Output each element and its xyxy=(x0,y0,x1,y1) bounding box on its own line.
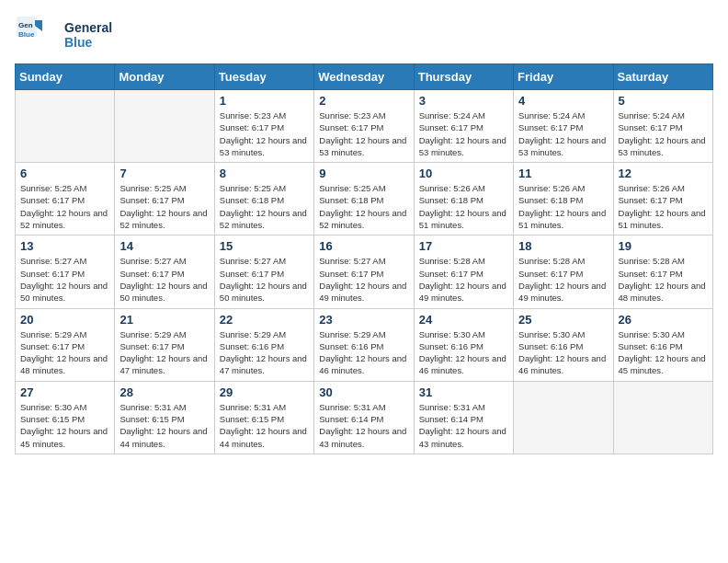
calendar-day: 12Sunrise: 5:26 AMSunset: 6:17 PMDayligh… xyxy=(613,163,712,236)
day-number: 31 xyxy=(419,385,508,399)
calendar-day xyxy=(115,90,214,163)
day-info: Sunrise: 5:31 AMSunset: 6:14 PMDaylight:… xyxy=(419,401,508,450)
calendar-day: 5Sunrise: 5:24 AMSunset: 6:17 PMDaylight… xyxy=(613,90,712,163)
day-number: 27 xyxy=(20,385,109,399)
calendar-day xyxy=(16,90,115,163)
day-info: Sunrise: 5:25 AMSunset: 6:18 PMDaylight:… xyxy=(319,182,408,231)
day-info: Sunrise: 5:30 AMSunset: 6:15 PMDaylight:… xyxy=(20,401,109,450)
calendar-day: 6Sunrise: 5:25 AMSunset: 6:17 PMDaylight… xyxy=(16,163,115,236)
day-info: Sunrise: 5:23 AMSunset: 6:17 PMDaylight:… xyxy=(319,109,408,158)
day-header-wednesday: Wednesday xyxy=(314,64,414,90)
day-number: 18 xyxy=(518,239,608,253)
day-info: Sunrise: 5:24 AMSunset: 6:17 PMDaylight:… xyxy=(619,109,708,158)
day-info: Sunrise: 5:31 AMSunset: 6:14 PMDaylight:… xyxy=(319,401,408,450)
calendar-day: 18Sunrise: 5:28 AMSunset: 6:17 PMDayligh… xyxy=(514,236,613,308)
day-info: Sunrise: 5:25 AMSunset: 6:18 PMDaylight:… xyxy=(220,182,309,231)
day-number: 12 xyxy=(619,167,708,180)
day-header-saturday: Saturday xyxy=(613,64,712,90)
day-info: Sunrise: 5:27 AMSunset: 6:17 PMDaylight:… xyxy=(319,255,408,304)
day-info: Sunrise: 5:25 AMSunset: 6:17 PMDaylight:… xyxy=(119,182,209,231)
day-info: Sunrise: 5:24 AMSunset: 6:17 PMDaylight:… xyxy=(419,109,508,158)
day-info: Sunrise: 5:28 AMSunset: 6:17 PMDaylight:… xyxy=(518,255,608,304)
day-header-monday: Monday xyxy=(115,64,214,90)
day-number: 7 xyxy=(119,167,209,180)
svg-text:Gen: Gen xyxy=(18,21,33,29)
day-info: Sunrise: 5:27 AMSunset: 6:17 PMDaylight:… xyxy=(119,255,209,304)
day-header-tuesday: Tuesday xyxy=(214,64,313,90)
day-number: 24 xyxy=(419,313,508,327)
calendar-table: SundayMondayTuesdayWednesdayThursdayFrid… xyxy=(15,63,713,454)
calendar-day: 15Sunrise: 5:27 AMSunset: 6:17 PMDayligh… xyxy=(214,236,313,308)
day-info: Sunrise: 5:28 AMSunset: 6:17 PMDaylight:… xyxy=(619,255,708,304)
day-info: Sunrise: 5:26 AMSunset: 6:18 PMDaylight:… xyxy=(518,182,608,231)
logo-line1: General xyxy=(64,21,112,35)
week-row-4: 20Sunrise: 5:29 AMSunset: 6:17 PMDayligh… xyxy=(16,308,713,381)
logo-svg: Gen Blue xyxy=(15,15,61,56)
day-number: 8 xyxy=(220,167,309,180)
calendar-day: 21Sunrise: 5:29 AMSunset: 6:17 PMDayligh… xyxy=(115,308,214,381)
day-number: 13 xyxy=(20,239,109,253)
day-number: 22 xyxy=(220,313,309,327)
day-info: Sunrise: 5:31 AMSunset: 6:15 PMDaylight:… xyxy=(220,401,309,450)
day-info: Sunrise: 5:23 AMSunset: 6:17 PMDaylight:… xyxy=(220,109,309,158)
calendar-day: 10Sunrise: 5:26 AMSunset: 6:18 PMDayligh… xyxy=(414,163,513,236)
day-number: 20 xyxy=(20,313,109,327)
day-number: 25 xyxy=(518,313,608,327)
calendar-day xyxy=(514,381,613,454)
calendar-day: 13Sunrise: 5:27 AMSunset: 6:17 PMDayligh… xyxy=(16,236,115,308)
page-header: Gen Blue General Blue xyxy=(15,15,713,56)
calendar-day: 14Sunrise: 5:27 AMSunset: 6:17 PMDayligh… xyxy=(115,236,214,308)
calendar-day: 24Sunrise: 5:30 AMSunset: 6:16 PMDayligh… xyxy=(414,308,513,381)
day-info: Sunrise: 5:29 AMSunset: 6:17 PMDaylight:… xyxy=(119,328,209,377)
day-header-thursday: Thursday xyxy=(414,64,513,90)
calendar-day: 27Sunrise: 5:30 AMSunset: 6:15 PMDayligh… xyxy=(16,381,115,454)
calendar-day: 29Sunrise: 5:31 AMSunset: 6:15 PMDayligh… xyxy=(214,381,313,454)
calendar-day: 19Sunrise: 5:28 AMSunset: 6:17 PMDayligh… xyxy=(613,236,712,308)
day-info: Sunrise: 5:25 AMSunset: 6:17 PMDaylight:… xyxy=(20,182,109,231)
day-number: 3 xyxy=(419,94,508,108)
calendar-day: 25Sunrise: 5:30 AMSunset: 6:16 PMDayligh… xyxy=(514,308,613,381)
day-number: 5 xyxy=(619,94,708,108)
day-number: 16 xyxy=(319,239,408,253)
calendar-day xyxy=(613,381,712,454)
day-number: 17 xyxy=(419,239,508,253)
calendar-day: 16Sunrise: 5:27 AMSunset: 6:17 PMDayligh… xyxy=(314,236,414,308)
day-number: 21 xyxy=(119,313,209,327)
day-number: 14 xyxy=(119,239,209,253)
day-info: Sunrise: 5:26 AMSunset: 6:17 PMDaylight:… xyxy=(619,182,708,231)
day-number: 4 xyxy=(518,94,608,108)
day-number: 19 xyxy=(619,239,708,253)
calendar-day: 9Sunrise: 5:25 AMSunset: 6:18 PMDaylight… xyxy=(314,163,414,236)
day-number: 30 xyxy=(319,385,408,399)
calendar-day: 7Sunrise: 5:25 AMSunset: 6:17 PMDaylight… xyxy=(115,163,214,236)
calendar-day: 20Sunrise: 5:29 AMSunset: 6:17 PMDayligh… xyxy=(16,308,115,381)
calendar-day: 1Sunrise: 5:23 AMSunset: 6:17 PMDaylight… xyxy=(214,90,313,163)
day-info: Sunrise: 5:27 AMSunset: 6:17 PMDaylight:… xyxy=(20,255,109,304)
day-header-friday: Friday xyxy=(514,64,613,90)
calendar-day: 11Sunrise: 5:26 AMSunset: 6:18 PMDayligh… xyxy=(514,163,613,236)
day-number: 23 xyxy=(319,313,408,327)
calendar-day: 2Sunrise: 5:23 AMSunset: 6:17 PMDaylight… xyxy=(314,90,414,163)
day-info: Sunrise: 5:27 AMSunset: 6:17 PMDaylight:… xyxy=(220,255,309,304)
calendar-day: 28Sunrise: 5:31 AMSunset: 6:15 PMDayligh… xyxy=(115,381,214,454)
day-info: Sunrise: 5:28 AMSunset: 6:17 PMDaylight:… xyxy=(419,255,508,304)
day-info: Sunrise: 5:30 AMSunset: 6:16 PMDaylight:… xyxy=(619,328,708,377)
day-number: 9 xyxy=(319,167,408,180)
day-number: 2 xyxy=(319,94,408,108)
week-row-1: 1Sunrise: 5:23 AMSunset: 6:17 PMDaylight… xyxy=(16,90,713,163)
day-number: 26 xyxy=(619,313,708,327)
day-info: Sunrise: 5:29 AMSunset: 6:17 PMDaylight:… xyxy=(20,328,109,377)
day-number: 1 xyxy=(220,94,309,108)
calendar-day: 4Sunrise: 5:24 AMSunset: 6:17 PMDaylight… xyxy=(514,90,613,163)
week-row-2: 6Sunrise: 5:25 AMSunset: 6:17 PMDaylight… xyxy=(16,163,713,236)
day-info: Sunrise: 5:29 AMSunset: 6:16 PMDaylight:… xyxy=(220,328,309,377)
day-info: Sunrise: 5:24 AMSunset: 6:17 PMDaylight:… xyxy=(518,109,608,158)
calendar-day: 3Sunrise: 5:24 AMSunset: 6:17 PMDaylight… xyxy=(414,90,513,163)
week-row-5: 27Sunrise: 5:30 AMSunset: 6:15 PMDayligh… xyxy=(16,381,713,454)
day-number: 29 xyxy=(220,385,309,399)
day-number: 11 xyxy=(518,167,608,180)
day-info: Sunrise: 5:26 AMSunset: 6:18 PMDaylight:… xyxy=(419,182,508,231)
day-info: Sunrise: 5:30 AMSunset: 6:16 PMDaylight:… xyxy=(419,328,508,377)
calendar-header-row: SundayMondayTuesdayWednesdayThursdayFrid… xyxy=(16,64,713,90)
logo-line2: Blue xyxy=(64,36,112,50)
